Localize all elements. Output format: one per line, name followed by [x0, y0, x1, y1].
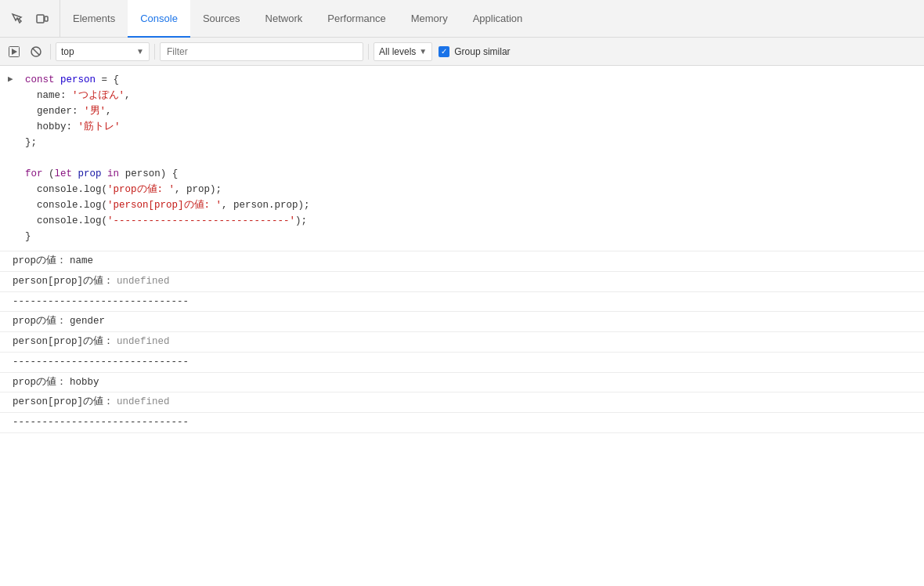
code-line-6: for (let prop in person) { [25, 166, 924, 182]
code-line-2: name: 'つよぽん', [25, 88, 924, 103]
filter-input[interactable] [160, 42, 363, 61]
divider-2 [154, 44, 155, 60]
tab-sources[interactable]: Sources [190, 0, 253, 38]
output-row-dashes-1: ------------------------------ [0, 292, 924, 313]
chevron-down-icon: ▼ [419, 47, 427, 56]
code-line-8: console.log('person[prop]の値: ', person.p… [25, 197, 924, 213]
svg-line-5 [33, 48, 40, 55]
code-line-1: const person = { [25, 72, 924, 88]
group-similar-option[interactable]: ✓ Group similar [439, 46, 510, 57]
top-nav: Elements Console Sources Network Perform… [0, 0, 924, 38]
divider-3 [368, 44, 369, 60]
inspect-icon[interactable] [6, 8, 28, 30]
svg-rect-0 [37, 15, 44, 23]
output-row-prop-hobby: propの値： hobby [0, 373, 924, 393]
output-row-prop-gender: propの値： gender [0, 312, 924, 332]
output-row-person-prop-hobby: person[prop]の値： undefined [0, 392, 924, 413]
tab-memory[interactable]: Memory [399, 0, 460, 38]
output-row-dashes-3: ------------------------------ [0, 413, 924, 433]
code-line-7: console.log('propの値: ', prop); [25, 182, 924, 197]
tab-console[interactable]: Console [128, 0, 190, 38]
code-line-10: } [25, 229, 924, 244]
output-row-person-prop-gender: person[prop]の値： undefined [0, 332, 924, 353]
tab-performance[interactable]: Performance [315, 0, 398, 38]
code-line-3: gender: '男', [25, 103, 924, 119]
console-toolbar: top ▼ All levels ▼ ✓ Group similar [0, 38, 924, 66]
code-line-9: console.log('---------------------------… [25, 213, 924, 229]
divider-1 [50, 44, 51, 60]
group-similar-checkbox[interactable]: ✓ [439, 46, 449, 57]
levels-selector[interactable]: All levels ▼ [374, 42, 432, 61]
code-block: ▶ const person = { name: 'つよぽん', gender:… [0, 66, 924, 251]
output-row-person-prop-name: person[prop]の値： undefined [0, 272, 924, 292]
tab-elements[interactable]: Elements [60, 0, 128, 38]
code-line-5: }; [25, 135, 924, 150]
output-row-prop-name: propの値： name [0, 251, 924, 272]
execute-context-icon[interactable] [5, 42, 23, 61]
context-selector[interactable]: top ▼ [56, 42, 150, 61]
block-icon[interactable] [27, 42, 45, 61]
tab-application[interactable]: Application [460, 0, 536, 38]
code-line-blank [25, 150, 924, 166]
console-output-area[interactable]: ▶ const person = { name: 'つよぽん', gender:… [0, 66, 924, 586]
svg-rect-1 [45, 16, 48, 21]
nav-icon-group [0, 0, 60, 37]
expand-arrow-icon[interactable]: ▶ [8, 74, 13, 84]
svg-marker-3 [12, 49, 17, 55]
device-toolbar-icon[interactable] [31, 8, 53, 30]
output-row-dashes-2: ------------------------------ [0, 353, 924, 373]
tab-network[interactable]: Network [253, 0, 316, 38]
chevron-down-icon: ▼ [136, 47, 144, 56]
code-line-4: hobby: '筋トレ' [25, 119, 924, 135]
